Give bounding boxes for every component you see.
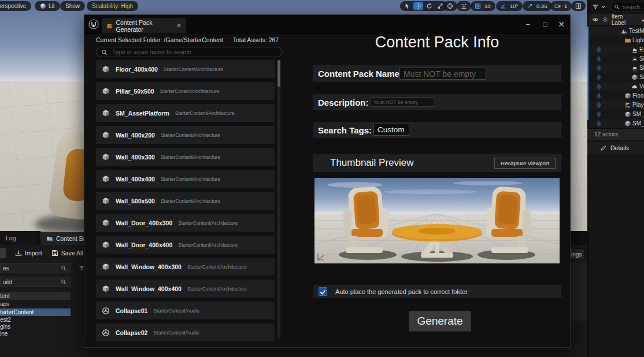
outliner-row[interactable]: Floo [589,91,644,101]
outliner-item-label: Ex [639,46,644,53]
static-mesh-icon [631,74,638,81]
mesh-icon [102,197,110,205]
outliner-row[interactable]: SM_ [589,110,644,119]
asset-list: Floor_400x400StarterContent/Architecture… [96,15,276,347]
folder-tree-item[interactable]: tarterContent [0,308,71,316]
recapture-viewport-button[interactable]: Recapture Viewport [494,158,556,169]
show-menu[interactable]: Show [60,1,85,11]
scale-snap-button[interactable] [525,2,535,10]
perspective-label: Perspective [0,3,26,9]
folder-name: aps [0,301,9,307]
import-label: Import [25,250,42,256]
folder-tree-item[interactable]: ine [0,330,71,337]
asset-path: StarterContent/Audio [153,308,199,314]
asset-row[interactable]: Wall_400x200StarterContent/Architecture [96,126,275,144]
asset-row[interactable]: Wall_Door_400x400StarterContent/Architec… [96,236,275,254]
chevron-down-icon[interactable] [601,4,606,9]
camera-speed-value[interactable]: 1 [564,3,569,9]
outliner-filter-icon[interactable] [592,3,599,10]
select-tool-button[interactable] [402,2,412,10]
angle-snap-value[interactable]: 10° [509,3,520,9]
asset-row[interactable]: Wall_Window_400x400StarterContent/Archit… [96,280,275,298]
cursor-icon [404,3,410,9]
maximize-button[interactable]: □ [539,18,552,30]
outliner-row[interactable]: Ex [589,45,644,54]
tab-output-log[interactable]: Log [0,231,36,245]
maximize-viewport-button[interactable] [573,2,583,10]
perspective-menu[interactable]: Perspective [0,1,31,11]
outliner-header-row[interactable]: Item Label ▲ [589,14,644,26]
asset-path: StarterContent/Architecture [160,88,220,94]
asset-row[interactable]: Wall_Window_400x300StarterContent/Archit… [96,258,275,276]
asset-name: SM_AssetPlatform [116,110,169,117]
scalability-menu[interactable]: Scalability: High [87,1,138,11]
asset-row[interactable]: Collapse01StarterContent/Audio [96,302,275,319]
search-tags-input[interactable] [373,124,409,136]
content-pack-name-input[interactable] [399,68,486,80]
outliner-row[interactable]: Sk [589,54,644,64]
settings-button-fragment[interactable]: ings [569,248,584,260]
outliner-search-box[interactable] [610,2,644,12]
close-button[interactable]: ✕ [555,18,568,30]
details-tab-label: Details [610,144,629,151]
scrollbar-thumb[interactable] [277,60,280,87]
content-browser-icon [46,235,53,242]
mesh-icon [102,285,110,293]
world-coordinate-button[interactable] [445,2,455,10]
scale-snap-icon [527,3,533,9]
move-tool-button[interactable] [413,2,423,10]
favorites-search-box[interactable]: es [0,263,71,273]
outliner-row[interactable]: Play [589,101,644,110]
description-input[interactable] [371,97,434,107]
item-label-header[interactable]: Item Label [612,13,638,26]
minimize-button[interactable]: – [521,18,534,30]
asset-row[interactable]: Wall_400x400StarterContent/Architecture [96,170,275,188]
add-button-fragment[interactable] [0,248,6,258]
rotate-tool-button[interactable] [424,2,434,10]
asset-row[interactable]: SM_AssetPlatformStarterContent/Architect… [96,104,275,122]
outliner-row[interactable]: Sk [589,64,644,73]
import-icon [15,250,22,256]
folder-tree-item[interactable]: aps [0,300,71,308]
asset-row[interactable]: Pillar_50x500StarterContent/Architecture [96,82,275,100]
surface-snap-button[interactable] [459,2,469,10]
static-mesh-icon [624,120,631,127]
asset-list-scrollbar[interactable] [277,60,280,339]
visibility-column-icon[interactable] [592,16,599,23]
auto-place-row: Auto place the generated pack to correct… [313,285,561,298]
grid-snap-value[interactable]: 10 [484,3,493,9]
outliner-row[interactable]: Light [589,36,644,45]
asset-row[interactable]: Floor_400x400StarterContent/Architecture [96,60,275,78]
search-icon [614,4,620,10]
paths-search-box[interactable]: uild [0,277,71,287]
recapture-label: Recapture Viewport [501,160,549,166]
thumbnail-header-row: Thumbnail Preview Recapture Viewport [313,154,561,172]
outliner-row[interactable]: SM [589,73,644,82]
scale-snap-value[interactable]: 0.25 [536,3,550,9]
type-column-icon[interactable] [602,16,609,23]
angle-snap-button[interactable] [498,2,508,10]
asset-row[interactable]: Collapse02StarterContent/Audio [96,323,275,341]
lit-mode-menu[interactable]: Lit [35,1,60,11]
asset-row[interactable]: Wall_500x500StarterContent/Architecture [96,192,275,210]
generate-button[interactable]: Generate [409,311,471,332]
folder-tree-item[interactable]: tent [0,292,71,300]
outliner-row[interactable]: TestM [589,27,644,36]
folder-name: tarterContent [0,309,34,315]
outliner-item-label: Play [632,102,643,108]
import-button[interactable]: Import [15,250,42,256]
grid-snap-icon [475,3,481,9]
outliner-search-input[interactable] [621,3,644,11]
auto-place-checkbox[interactable] [319,287,327,296]
grid-snap-button[interactable] [473,2,483,10]
save-all-button[interactable]: Save All [51,250,83,256]
asset-row[interactable]: Wall_400x300StarterContent/Architecture [96,148,275,166]
asset-row[interactable]: Wall_Door_400x300StarterContent/Architec… [96,214,275,232]
camera-speed-button[interactable] [553,2,562,10]
folder-name: est2 [0,317,11,323]
snowflake-icon [595,83,602,90]
tab-details[interactable]: Details [587,142,644,154]
asset-path: StarterContent/Architecture [178,220,238,226]
outliner-row[interactable]: Vo [589,82,644,91]
outliner-row[interactable]: SM_ [589,119,644,128]
